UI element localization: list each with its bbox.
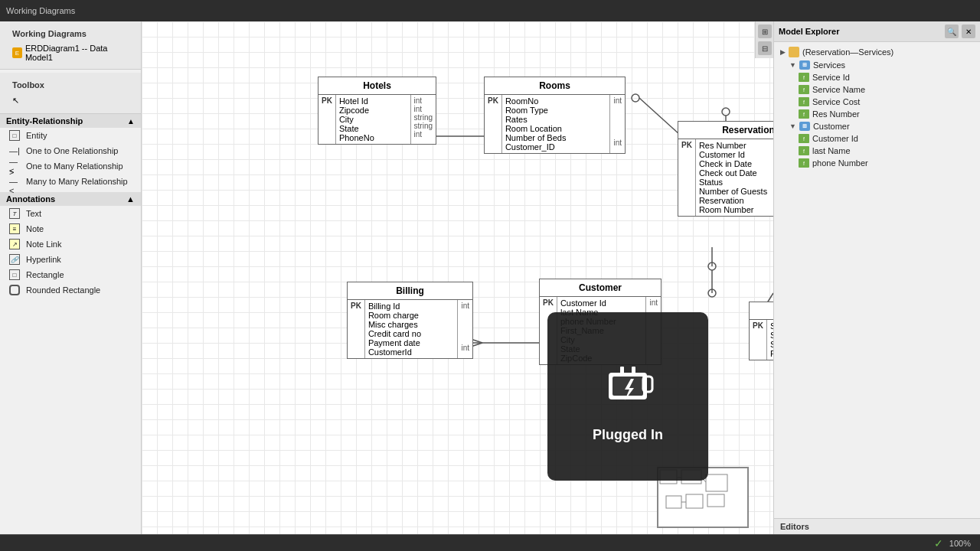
billing-table-body: PK Billing Id Room charge Misc charges C… xyxy=(348,300,472,358)
close-panel-icon[interactable]: ✕ xyxy=(962,24,975,38)
hotels-table-body: PK Hotel Id Zipcode City State PhoneNo i… xyxy=(318,95,436,144)
editors-section: Editors xyxy=(774,518,980,534)
reservation-table[interactable]: Reservation PK Res Number Customer Id Ch… xyxy=(678,121,773,217)
annotations-header[interactable]: Annotations ▲ xyxy=(0,192,141,206)
search-icon[interactable]: 🔍 xyxy=(945,24,959,38)
hyperlink-label: Hyperlink xyxy=(26,255,61,264)
cursor-tool[interactable]: ↖ xyxy=(6,93,135,109)
reservation-table-body: PK Res Number Customer Id Check in Date … xyxy=(678,139,773,216)
sidebar-item-entity[interactable]: □ Entity xyxy=(0,128,141,143)
rooms-types-col: int int xyxy=(609,95,625,153)
tree-arrow-services: ▼ xyxy=(789,61,796,69)
plug-icon xyxy=(597,350,658,422)
services-names-col: Service Id Service Name Service Cost Res… xyxy=(767,320,773,360)
tree-item-customer[interactable]: ▼ ⊞ Customer xyxy=(774,120,980,132)
folder-icon xyxy=(789,47,799,57)
svg-point-9 xyxy=(708,289,716,297)
table-icon-customer: ⊞ xyxy=(799,122,810,131)
top-bar-title: Working Diagrams xyxy=(6,6,75,15)
billing-table[interactable]: Billing PK Billing Id Room charge Misc c… xyxy=(347,282,473,359)
working-diagrams-label: Working Diagrams xyxy=(6,26,135,41)
main-layout: Working Diagrams E ERDDiagram1 -- Data M… xyxy=(0,21,980,534)
field-icon-last-name: f xyxy=(799,146,809,155)
zoom-fit-btn[interactable]: ⊞ xyxy=(758,24,772,38)
services-table-body: PK Service Id Service Name Service Cost … xyxy=(750,320,773,360)
tree-item-service-id[interactable]: f Service Id xyxy=(774,71,980,83)
svg-point-7 xyxy=(708,262,716,270)
editors-label: Editors xyxy=(780,522,974,531)
hotels-table[interactable]: Hotels PK Hotel Id Zipcode City State Ph… xyxy=(318,77,436,145)
plugged-in-overlay: Plugged In xyxy=(547,312,708,481)
sidebar-item-one-to-one[interactable]: —| One to One Relationship xyxy=(0,143,141,158)
sidebar-item-rounded-rectangle[interactable]: Rounded Rectangle xyxy=(0,282,141,298)
rectangle-icon: □ xyxy=(9,269,20,280)
zoom-in-btn[interactable]: ⊟ xyxy=(758,41,772,55)
right-toolbar-icons: 🔍 ✕ xyxy=(945,24,975,38)
sidebar-item-note[interactable]: ≡ Note xyxy=(0,221,141,236)
text-icon: T xyxy=(9,208,20,219)
customer-table-header: Customer xyxy=(540,279,661,297)
svg-rect-19 xyxy=(632,367,635,374)
services-table[interactable]: Services PK Service Id Service Name Serv… xyxy=(749,302,773,360)
tree-item-reservation-services[interactable]: ▶ (Reservation—Services) xyxy=(774,45,980,59)
svg-rect-24 xyxy=(686,494,703,508)
annotations-section: Annotations ▲ T Text ≡ Note ↗ Note Link … xyxy=(0,189,141,298)
tree-item-services[interactable]: ▼ ⊞ Services xyxy=(774,59,980,71)
toolbox-label: Toolbox xyxy=(6,77,135,93)
canvas-area[interactable]: Hotels PK Hotel Id Zipcode City State Ph… xyxy=(142,21,773,534)
tree-arrow-customer: ▼ xyxy=(789,122,796,130)
sidebar-item-rectangle[interactable]: □ Rectangle xyxy=(0,267,141,282)
status-bar: ✓ 100% xyxy=(0,534,980,551)
zoom-level: 100% xyxy=(949,539,971,548)
sidebar-item-note-link[interactable]: ↗ Note Link xyxy=(0,236,141,252)
billing-names-col: Billing Id Room charge Misc charges Cred… xyxy=(365,300,458,358)
right-top-bar: Model Explorer 🔍 ✕ xyxy=(774,21,980,42)
note-icon: ≡ xyxy=(9,223,20,234)
field-icon-res-number: f xyxy=(799,109,809,119)
annotations-collapse-btn[interactable]: ▲ xyxy=(126,194,135,204)
services-pk-col: PK xyxy=(750,320,767,360)
canvas-toolbar: ⊞ ⊟ xyxy=(755,21,773,58)
table-icon-services: ⊞ xyxy=(799,60,810,70)
working-diagrams-section: Working Diagrams E ERDDiagram1 -- Data M… xyxy=(0,21,141,70)
hotels-types-col: int int string string int xyxy=(410,95,436,144)
sidebar-item-text[interactable]: T Text xyxy=(0,206,141,221)
tree-item-service-name[interactable]: f Service Name xyxy=(774,83,980,96)
erd-diagram-item[interactable]: E ERDDiagram1 -- Data Model1 xyxy=(6,41,135,64)
rooms-table[interactable]: Rooms PK RoomNo Room Type Rates Room Loc… xyxy=(484,77,626,154)
reservation-pk-col: PK xyxy=(678,139,696,216)
svg-line-2 xyxy=(639,98,680,135)
many-to-many-icon: >—< xyxy=(9,176,20,187)
billing-types-col: int int xyxy=(457,300,472,358)
hotels-table-header: Hotels xyxy=(318,77,436,95)
status-ok-icon: ✓ xyxy=(934,537,943,549)
rooms-names-col: RoomNo Room Type Rates Room Location Num… xyxy=(502,95,610,153)
hyperlink-icon: 🔗 xyxy=(9,254,20,265)
note-link-label: Note Link xyxy=(26,240,61,249)
billing-pk-col: PK xyxy=(348,300,365,358)
er-collapse-btn[interactable]: ▲ xyxy=(127,117,135,126)
entity-relationship-section: Entity-Relationship ▲ □ Entity —| One to… xyxy=(0,114,141,189)
note-label: Note xyxy=(26,224,44,233)
er-section-header[interactable]: Entity-Relationship ▲ xyxy=(0,114,141,128)
tree-item-phone-number[interactable]: f phone Number xyxy=(774,157,980,169)
right-sidebar: Model Explorer 🔍 ✕ ▶ (Reservation—Servic… xyxy=(773,21,980,534)
svg-rect-22 xyxy=(706,474,727,491)
annotations-label: Annotations xyxy=(6,194,55,204)
sidebar-item-many-to-many[interactable]: >—< Many to Many Relationship xyxy=(0,174,141,189)
tree-item-last-name[interactable]: f last Name xyxy=(774,145,980,157)
tree-item-service-cost[interactable]: f Service Cost xyxy=(774,96,980,108)
entity-label: Entity xyxy=(26,131,47,140)
tree-item-res-number[interactable]: f Res Number xyxy=(774,108,980,120)
sidebar-item-hyperlink[interactable]: 🔗 Hyperlink xyxy=(0,252,141,267)
one-to-one-icon: —| xyxy=(9,145,20,156)
reservation-table-header: Reservation xyxy=(678,122,773,139)
left-sidebar: Working Diagrams E ERDDiagram1 -- Data M… xyxy=(0,21,142,534)
services-table-header: Services xyxy=(750,302,773,320)
tree-item-customer-id[interactable]: f Customer Id xyxy=(774,132,980,145)
one-to-one-label: One to One Relationship xyxy=(26,146,118,155)
tree-arrow: ▶ xyxy=(780,48,786,56)
svg-rect-23 xyxy=(666,496,681,508)
sidebar-item-one-to-many[interactable]: —< One to Many Relationship xyxy=(0,158,141,174)
rounded-rectangle-label: Rounded Rectangle xyxy=(26,285,100,295)
